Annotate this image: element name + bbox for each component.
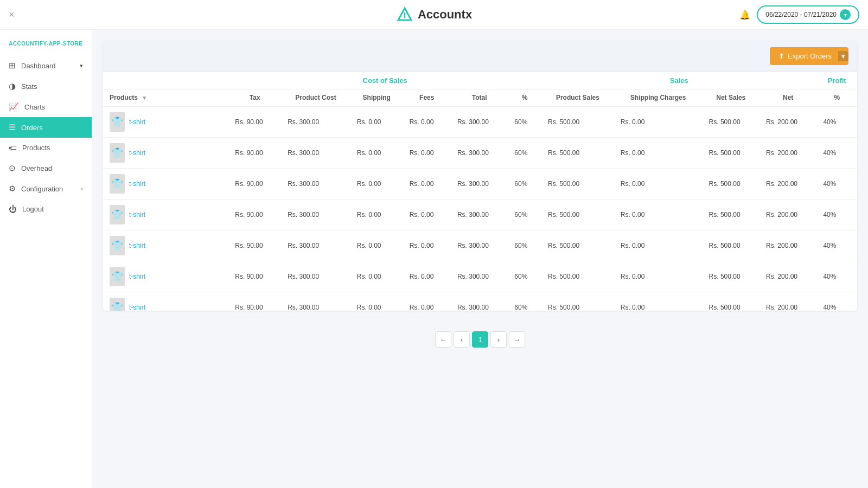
col-product-sales[interactable]: Product Sales xyxy=(541,89,614,107)
col-shipping[interactable]: Shipping xyxy=(350,89,403,107)
cell-tax-0: Rs. 90.00 xyxy=(228,106,281,138)
stats-icon: ◑ xyxy=(9,81,16,91)
sidebar-item-overhead[interactable]: ⊙ Overhead xyxy=(0,158,92,178)
cell-cos-pct-3: 60% xyxy=(508,200,541,230)
chevron-right-icon: › xyxy=(81,185,83,192)
sidebar-item-products[interactable]: 🏷 Products xyxy=(0,138,92,158)
cell-fees-2: Rs. 0.00 xyxy=(403,169,451,200)
col-shipping-charges[interactable]: Shipping Charges xyxy=(614,89,703,107)
cell-net-sales-5: Rs. 500.00 xyxy=(703,261,760,292)
sidebar-label-products: Products xyxy=(22,144,50,152)
col-net-sales[interactable]: Net Sales xyxy=(703,89,760,107)
sales-header: Sales xyxy=(541,72,816,89)
page-first-button[interactable]: ← xyxy=(435,331,451,348)
cell-fees-3: Rs. 0.00 xyxy=(403,200,451,230)
col-total[interactable]: Total xyxy=(451,89,508,107)
export-icon: ⬆ xyxy=(778,52,784,60)
main-content: ⬆ Export Orders ▾ Cost of Sales Sales Pr… xyxy=(92,30,868,488)
col-profit-pct[interactable]: % xyxy=(816,89,857,107)
cell-product-sales-4: Rs. 500.00 xyxy=(541,230,614,261)
sidebar-label-dashboard: Dashboard xyxy=(21,62,56,70)
page-next-button[interactable]: › xyxy=(490,331,507,348)
sidebar-label-orders: Orders xyxy=(21,124,43,132)
product-name-6[interactable]: t-shirt xyxy=(129,304,145,311)
product-name-3[interactable]: t-shirt xyxy=(129,211,145,219)
cell-product-sales-0: Rs. 500.00 xyxy=(541,106,614,138)
table-row: 👕 t-shirt Rs. 90.00 Rs. 300.00 Rs. 0.00 … xyxy=(103,200,857,230)
sidebar-item-stats[interactable]: ◑ Stats xyxy=(0,76,92,97)
profit-header: Profit xyxy=(816,72,857,89)
product-name-0[interactable]: t-shirt xyxy=(129,118,145,126)
cell-product-1: 👕 t-shirt xyxy=(103,138,228,168)
sidebar-item-charts[interactable]: 📈 Charts xyxy=(0,97,92,117)
table-body: 👕 t-shirt Rs. 90.00 Rs. 300.00 Rs. 0.00 … xyxy=(103,106,857,311)
product-name-4[interactable]: t-shirt xyxy=(129,242,145,249)
table-row: 👕 t-shirt Rs. 90.00 Rs. 300.00 Rs. 0.00 … xyxy=(103,138,857,169)
sidebar-item-configuration[interactable]: ⚙ Configuration › xyxy=(0,178,92,199)
cell-tax-6: Rs. 90.00 xyxy=(228,292,281,311)
orders-table-container[interactable]: Cost of Sales Sales Profit Products ▼ Ta… xyxy=(103,72,857,311)
cell-shipping-2: Rs. 0.00 xyxy=(350,169,403,200)
product-name-5[interactable]: t-shirt xyxy=(129,273,145,280)
table-col-header-row: Products ▼ Tax Product Cost Shipping Fee… xyxy=(103,89,857,107)
sidebar-label-logout: Logout xyxy=(22,205,44,213)
cell-profit-pct-5: 40% xyxy=(816,261,857,292)
notification-icon[interactable]: 🔔 xyxy=(739,10,750,20)
product-name-2[interactable]: t-shirt xyxy=(129,180,145,188)
cell-product-sales-1: Rs. 500.00 xyxy=(541,138,614,169)
cell-product-cost-6: Rs. 300.00 xyxy=(281,292,350,311)
cell-total-3: Rs. 300.00 xyxy=(451,200,508,230)
cell-fees-0: Rs. 0.00 xyxy=(403,106,451,138)
cell-product-4: 👕 t-shirt xyxy=(103,230,228,261)
cell-total-0: Rs. 300.00 xyxy=(451,106,508,138)
cell-shipping-3: Rs. 0.00 xyxy=(350,200,403,230)
sidebar-item-orders[interactable]: ☰ Orders xyxy=(0,117,92,138)
toolbar: ⬆ Export Orders ▾ xyxy=(103,41,857,72)
cell-product-5: 👕 t-shirt xyxy=(103,261,228,292)
cell-cos-pct-6: 60% xyxy=(508,292,541,311)
product-name-1[interactable]: t-shirt xyxy=(129,149,145,157)
col-tax[interactable]: Tax xyxy=(228,89,281,107)
page-last-button[interactable]: → xyxy=(509,331,525,348)
cell-product-0: 👕 t-shirt xyxy=(103,107,228,137)
cell-shipping-4: Rs. 0.00 xyxy=(350,230,403,261)
table-row: 👕 t-shirt Rs. 90.00 Rs. 300.00 Rs. 0.00 … xyxy=(103,106,857,138)
cell-net-sales-0: Rs. 500.00 xyxy=(703,106,760,138)
date-range-label: 06/22/2020 - 07/21/2020 xyxy=(765,11,837,18)
export-orders-button[interactable]: ⬆ Export Orders ▾ xyxy=(770,47,848,65)
col-net[interactable]: Net xyxy=(760,89,816,107)
cell-cos-pct-1: 60% xyxy=(508,138,541,169)
page-current-button[interactable]: 1 xyxy=(472,331,488,348)
cell-product-sales-2: Rs. 500.00 xyxy=(541,169,614,200)
cell-tax-4: Rs. 90.00 xyxy=(228,230,281,261)
cell-profit-pct-0: 40% xyxy=(816,106,857,138)
cell-shipping-1: Rs. 0.00 xyxy=(350,138,403,169)
cell-net-sales-2: Rs. 500.00 xyxy=(703,169,760,200)
cell-net-0: Rs. 200.00 xyxy=(760,106,816,138)
page-prev-button[interactable]: ‹ xyxy=(454,331,470,348)
cost-of-sales-header: Cost of Sales xyxy=(228,72,541,89)
table-row: 👕 t-shirt Rs. 90.00 Rs. 300.00 Rs. 0.00 … xyxy=(103,230,857,261)
col-product-cost[interactable]: Product Cost xyxy=(281,89,350,107)
product-thumbnail-3: 👕 xyxy=(110,205,125,224)
cell-product-3: 👕 t-shirt xyxy=(103,200,228,230)
cell-net-sales-6: Rs. 500.00 xyxy=(703,292,760,311)
sidebar-label-stats: Stats xyxy=(21,82,37,91)
sidebar-label-configuration: Configuration xyxy=(21,185,63,193)
col-products[interactable]: Products ▼ xyxy=(103,89,228,107)
sidebar-item-dashboard[interactable]: ⊞ Dashboard ▾ xyxy=(0,55,92,76)
cell-fees-6: Rs. 0.00 xyxy=(403,292,451,311)
cell-total-4: Rs. 300.00 xyxy=(451,230,508,261)
close-button[interactable]: × xyxy=(9,9,15,21)
col-fees[interactable]: Fees xyxy=(403,89,451,107)
date-range-button[interactable]: 06/22/2020 - 07/21/2020 ▾ xyxy=(757,5,859,24)
cell-shipping-charges-4: Rs. 0.00 xyxy=(614,230,703,261)
cell-net-sales-3: Rs. 500.00 xyxy=(703,200,760,230)
cell-product-cost-5: Rs. 300.00 xyxy=(281,261,350,292)
sidebar-item-logout[interactable]: ⏻ Logout xyxy=(0,199,92,219)
charts-icon: 📈 xyxy=(9,102,19,112)
sidebar-label-overhead: Overhead xyxy=(21,164,52,172)
sidebar: ACCOUNTIFY-APP-STORE ⊞ Dashboard ▾ ◑ Sta… xyxy=(0,30,92,488)
col-cos-pct[interactable]: % xyxy=(508,89,541,107)
date-chevron-icon: ▾ xyxy=(840,9,851,20)
